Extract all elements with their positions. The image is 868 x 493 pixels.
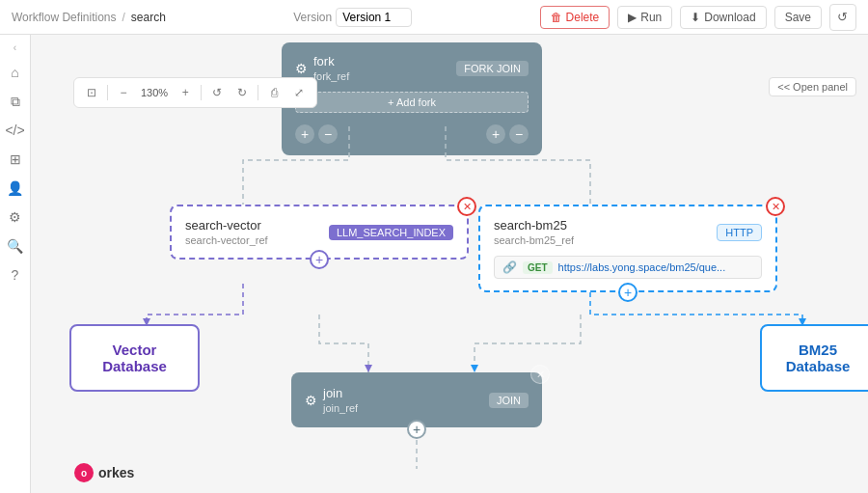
sidebar-collapse-icon[interactable]: ‹ [14, 42, 16, 53]
breadcrumb-current: search [131, 11, 166, 24]
link-icon: 🔗 [502, 260, 517, 274]
search-bm25-plus-button[interactable]: + [618, 283, 637, 302]
toolbar-actions: 🗑 Delete ▶ Run ⬇ Download Save ↺ [540, 4, 856, 31]
search-bm25-url: https://labs.yong.space/bm25/que... [558, 261, 726, 273]
sidebar-icon-home[interactable]: ⌂ [2, 59, 29, 86]
fork-node-header: ⚙ fork fork_ref FORK JOIN [295, 54, 529, 82]
search-vector-header: search-vector search-vector_ref LLM_SEAR… [185, 218, 453, 246]
join-ref: join_ref [323, 402, 358, 414]
join-node: ✕ ⚙ join join_ref JOIN + [291, 372, 542, 427]
orkes-logo: o orkes [73, 462, 134, 483]
vector-database-label: VectorDatabase [102, 342, 167, 374]
fork-remove-right-btn[interactable]: − [509, 124, 529, 144]
search-bm25-close-button[interactable]: ✕ [766, 197, 785, 216]
sidebar-icon-code[interactable]: </> [2, 117, 29, 144]
refresh-button[interactable]: ↺ [829, 4, 856, 31]
search-vector-badge: LLM_SEARCH_INDEX [329, 225, 453, 240]
bm25-database-node[interactable]: BM25Database [760, 324, 868, 392]
search-vector-node: ✕ search-vector search-vector_ref LLM_SE… [170, 205, 469, 260]
sidebar-icon-help[interactable]: ? [2, 261, 29, 288]
fork-icon: ⚙ [295, 61, 308, 76]
join-badge: JOIN [489, 393, 529, 408]
join-title: join [323, 386, 358, 400]
breadcrumb-link[interactable]: Workflow Definitions [12, 11, 116, 24]
fork-add-right-btn[interactable]: + [486, 124, 505, 144]
breadcrumb: Workflow Definitions / search [12, 11, 166, 24]
search-vector-ref: search-vector_ref [185, 234, 268, 246]
open-panel-button[interactable]: << Open panel [769, 77, 856, 96]
undo-icon[interactable]: ↺ [205, 81, 229, 104]
run-icon: ▶ [628, 11, 637, 24]
fork-title: fork [313, 54, 349, 68]
join-node-header: ⚙ join join_ref JOIN [305, 386, 529, 414]
search-bm25-header: search-bm25 search-bm25_ref HTTP [494, 218, 762, 246]
canvas: ⊡ − 130% + ↺ ↻ ⎙ ⤢ << Open panel [31, 35, 868, 493]
fit-view-icon[interactable]: ⊡ [80, 81, 103, 104]
zoom-fit-icon[interactable]: ⤢ [287, 81, 311, 104]
orkes-wordmark: orkes [98, 465, 134, 480]
search-bm25-http-badge: HTTP [717, 224, 762, 241]
version-selector: Version Version 1 [293, 8, 412, 27]
join-icon: ⚙ [305, 393, 317, 408]
save-button[interactable]: Save [774, 6, 822, 29]
get-method-badge: GET [523, 261, 553, 274]
svg-marker-2 [365, 365, 372, 372]
svg-marker-3 [471, 365, 478, 372]
search-bm25-title: search-bm25 [494, 218, 574, 233]
version-dropdown[interactable]: Version 1 [336, 8, 412, 27]
vector-database-node[interactable]: VectorDatabase [69, 324, 200, 392]
bm25-database-label: BM25Database [786, 342, 851, 374]
add-fork-button[interactable]: + Add fork [295, 92, 529, 113]
fork-node: ⚙ fork fork_ref FORK JOIN + Add fork + −… [282, 42, 542, 155]
print-icon[interactable]: ⎙ [262, 81, 285, 104]
join-plus-button[interactable]: + [407, 420, 426, 439]
left-sidebar: ‹ ⌂ ⧉ </> ⊞ 👤 ⚙ 🔍 ? [0, 35, 31, 493]
search-vector-close-button[interactable]: ✕ [457, 197, 476, 216]
zoom-level: 130% [137, 87, 172, 98]
breadcrumb-separator: / [122, 11, 124, 24]
sidebar-icon-settings[interactable]: ⚙ [2, 204, 29, 231]
sidebar-icon-grid[interactable]: ⊞ [2, 146, 29, 173]
sidebar-icon-layers[interactable]: ⧉ [2, 88, 29, 115]
fork-add-btn[interactable]: + [295, 124, 314, 144]
svg-text:o: o [81, 468, 87, 479]
canvas-toolbar: ⊡ − 130% + ↺ ↻ ⎙ ⤢ [73, 77, 317, 108]
search-bm25-node: ✕ search-bm25 search-bm25_ref HTTP 🔗 GET… [478, 205, 777, 292]
fork-remove-btn[interactable]: − [318, 124, 338, 144]
orkes-icon: o [73, 462, 95, 483]
search-vector-title: search-vector [185, 218, 268, 233]
redo-icon[interactable]: ↻ [231, 81, 254, 104]
delete-button[interactable]: 🗑 Delete [540, 6, 610, 29]
sidebar-icon-search[interactable]: 🔍 [2, 233, 29, 260]
sidebar-icon-user[interactable]: 👤 [2, 175, 29, 202]
trash-icon: 🗑 [551, 11, 562, 24]
zoom-out-icon[interactable]: − [112, 81, 135, 104]
download-button[interactable]: ⬇ Download [680, 6, 766, 29]
download-icon: ⬇ [691, 11, 700, 24]
version-label: Version [293, 11, 332, 24]
fork-join-badge: FORK JOIN [456, 61, 529, 76]
search-vector-plus-button[interactable]: + [310, 250, 329, 269]
zoom-in-icon[interactable]: + [174, 81, 197, 104]
search-bm25-ref: search-bm25_ref [494, 234, 574, 246]
top-bar: Workflow Definitions / search Version Ve… [0, 0, 868, 35]
search-bm25-url-row: 🔗 GET https://labs.yong.space/bm25/que..… [494, 256, 762, 279]
fork-ref: fork_ref [313, 70, 349, 82]
run-button[interactable]: ▶ Run [617, 6, 672, 29]
join-close-button[interactable]: ✕ [530, 365, 550, 384]
